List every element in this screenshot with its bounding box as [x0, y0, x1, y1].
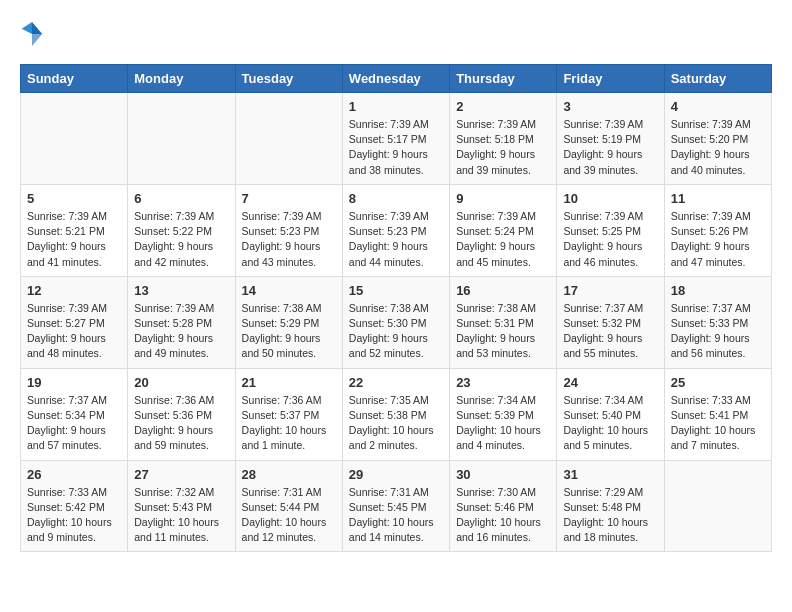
day-number: 10: [563, 191, 657, 206]
week-row-1: 1Sunrise: 7:39 AM Sunset: 5:17 PM Daylig…: [21, 93, 772, 185]
day-number: 17: [563, 283, 657, 298]
day-info: Sunrise: 7:35 AM Sunset: 5:38 PM Dayligh…: [349, 393, 443, 454]
day-info: Sunrise: 7:39 AM Sunset: 5:21 PM Dayligh…: [27, 209, 121, 270]
day-info: Sunrise: 7:38 AM Sunset: 5:29 PM Dayligh…: [242, 301, 336, 362]
day-info: Sunrise: 7:31 AM Sunset: 5:45 PM Dayligh…: [349, 485, 443, 546]
day-info: Sunrise: 7:38 AM Sunset: 5:31 PM Dayligh…: [456, 301, 550, 362]
calendar-cell: 4Sunrise: 7:39 AM Sunset: 5:20 PM Daylig…: [664, 93, 771, 185]
weekday-header-friday: Friday: [557, 65, 664, 93]
calendar-cell: 29Sunrise: 7:31 AM Sunset: 5:45 PM Dayli…: [342, 460, 449, 552]
calendar-cell: 28Sunrise: 7:31 AM Sunset: 5:44 PM Dayli…: [235, 460, 342, 552]
day-info: Sunrise: 7:29 AM Sunset: 5:48 PM Dayligh…: [563, 485, 657, 546]
calendar-cell: 2Sunrise: 7:39 AM Sunset: 5:18 PM Daylig…: [450, 93, 557, 185]
day-info: Sunrise: 7:30 AM Sunset: 5:46 PM Dayligh…: [456, 485, 550, 546]
day-info: Sunrise: 7:34 AM Sunset: 5:39 PM Dayligh…: [456, 393, 550, 454]
calendar-cell: [235, 93, 342, 185]
page-header: [20, 20, 772, 48]
day-number: 13: [134, 283, 228, 298]
day-number: 7: [242, 191, 336, 206]
day-number: 23: [456, 375, 550, 390]
weekday-header-thursday: Thursday: [450, 65, 557, 93]
day-number: 1: [349, 99, 443, 114]
day-number: 2: [456, 99, 550, 114]
day-number: 6: [134, 191, 228, 206]
day-number: 29: [349, 467, 443, 482]
calendar-cell: 17Sunrise: 7:37 AM Sunset: 5:32 PM Dayli…: [557, 276, 664, 368]
logo-icon: [20, 20, 44, 48]
calendar-cell: 6Sunrise: 7:39 AM Sunset: 5:22 PM Daylig…: [128, 184, 235, 276]
day-info: Sunrise: 7:33 AM Sunset: 5:42 PM Dayligh…: [27, 485, 121, 546]
calendar-cell: 9Sunrise: 7:39 AM Sunset: 5:24 PM Daylig…: [450, 184, 557, 276]
calendar-cell: 24Sunrise: 7:34 AM Sunset: 5:40 PM Dayli…: [557, 368, 664, 460]
day-number: 3: [563, 99, 657, 114]
day-number: 27: [134, 467, 228, 482]
calendar-cell: 1Sunrise: 7:39 AM Sunset: 5:17 PM Daylig…: [342, 93, 449, 185]
calendar-cell: 12Sunrise: 7:39 AM Sunset: 5:27 PM Dayli…: [21, 276, 128, 368]
calendar-cell: 27Sunrise: 7:32 AM Sunset: 5:43 PM Dayli…: [128, 460, 235, 552]
day-info: Sunrise: 7:32 AM Sunset: 5:43 PM Dayligh…: [134, 485, 228, 546]
day-info: Sunrise: 7:31 AM Sunset: 5:44 PM Dayligh…: [242, 485, 336, 546]
day-info: Sunrise: 7:39 AM Sunset: 5:24 PM Dayligh…: [456, 209, 550, 270]
day-info: Sunrise: 7:39 AM Sunset: 5:18 PM Dayligh…: [456, 117, 550, 178]
day-info: Sunrise: 7:36 AM Sunset: 5:36 PM Dayligh…: [134, 393, 228, 454]
day-number: 21: [242, 375, 336, 390]
day-info: Sunrise: 7:39 AM Sunset: 5:17 PM Dayligh…: [349, 117, 443, 178]
weekday-header-tuesday: Tuesday: [235, 65, 342, 93]
calendar-cell: 10Sunrise: 7:39 AM Sunset: 5:25 PM Dayli…: [557, 184, 664, 276]
day-number: 14: [242, 283, 336, 298]
calendar-table: SundayMondayTuesdayWednesdayThursdayFrid…: [20, 64, 772, 552]
day-info: Sunrise: 7:39 AM Sunset: 5:22 PM Dayligh…: [134, 209, 228, 270]
day-info: Sunrise: 7:39 AM Sunset: 5:23 PM Dayligh…: [349, 209, 443, 270]
week-row-5: 26Sunrise: 7:33 AM Sunset: 5:42 PM Dayli…: [21, 460, 772, 552]
weekday-header-monday: Monday: [128, 65, 235, 93]
day-info: Sunrise: 7:34 AM Sunset: 5:40 PM Dayligh…: [563, 393, 657, 454]
calendar-cell: 30Sunrise: 7:30 AM Sunset: 5:46 PM Dayli…: [450, 460, 557, 552]
calendar-cell: 26Sunrise: 7:33 AM Sunset: 5:42 PM Dayli…: [21, 460, 128, 552]
calendar-cell: [21, 93, 128, 185]
day-number: 5: [27, 191, 121, 206]
calendar-cell: 14Sunrise: 7:38 AM Sunset: 5:29 PM Dayli…: [235, 276, 342, 368]
day-info: Sunrise: 7:39 AM Sunset: 5:20 PM Dayligh…: [671, 117, 765, 178]
day-number: 20: [134, 375, 228, 390]
svg-marker-1: [32, 34, 42, 46]
day-number: 18: [671, 283, 765, 298]
day-info: Sunrise: 7:37 AM Sunset: 5:34 PM Dayligh…: [27, 393, 121, 454]
day-info: Sunrise: 7:39 AM Sunset: 5:26 PM Dayligh…: [671, 209, 765, 270]
calendar-cell: 13Sunrise: 7:39 AM Sunset: 5:28 PM Dayli…: [128, 276, 235, 368]
day-number: 8: [349, 191, 443, 206]
day-number: 9: [456, 191, 550, 206]
calendar-cell: 11Sunrise: 7:39 AM Sunset: 5:26 PM Dayli…: [664, 184, 771, 276]
day-number: 30: [456, 467, 550, 482]
calendar-cell: [664, 460, 771, 552]
header-row: SundayMondayTuesdayWednesdayThursdayFrid…: [21, 65, 772, 93]
day-number: 28: [242, 467, 336, 482]
calendar-cell: 15Sunrise: 7:38 AM Sunset: 5:30 PM Dayli…: [342, 276, 449, 368]
calendar-cell: 22Sunrise: 7:35 AM Sunset: 5:38 PM Dayli…: [342, 368, 449, 460]
day-info: Sunrise: 7:33 AM Sunset: 5:41 PM Dayligh…: [671, 393, 765, 454]
day-info: Sunrise: 7:39 AM Sunset: 5:25 PM Dayligh…: [563, 209, 657, 270]
day-number: 25: [671, 375, 765, 390]
week-row-2: 5Sunrise: 7:39 AM Sunset: 5:21 PM Daylig…: [21, 184, 772, 276]
calendar-cell: 19Sunrise: 7:37 AM Sunset: 5:34 PM Dayli…: [21, 368, 128, 460]
day-number: 12: [27, 283, 121, 298]
day-info: Sunrise: 7:39 AM Sunset: 5:27 PM Dayligh…: [27, 301, 121, 362]
day-info: Sunrise: 7:38 AM Sunset: 5:30 PM Dayligh…: [349, 301, 443, 362]
calendar-cell: 5Sunrise: 7:39 AM Sunset: 5:21 PM Daylig…: [21, 184, 128, 276]
calendar-cell: [128, 93, 235, 185]
calendar-cell: 31Sunrise: 7:29 AM Sunset: 5:48 PM Dayli…: [557, 460, 664, 552]
day-number: 11: [671, 191, 765, 206]
day-number: 31: [563, 467, 657, 482]
weekday-header-wednesday: Wednesday: [342, 65, 449, 93]
day-number: 26: [27, 467, 121, 482]
day-number: 16: [456, 283, 550, 298]
calendar-cell: 16Sunrise: 7:38 AM Sunset: 5:31 PM Dayli…: [450, 276, 557, 368]
calendar-cell: 8Sunrise: 7:39 AM Sunset: 5:23 PM Daylig…: [342, 184, 449, 276]
svg-marker-2: [22, 22, 32, 34]
day-number: 24: [563, 375, 657, 390]
day-number: 22: [349, 375, 443, 390]
day-info: Sunrise: 7:36 AM Sunset: 5:37 PM Dayligh…: [242, 393, 336, 454]
svg-marker-0: [32, 22, 42, 34]
calendar-cell: 25Sunrise: 7:33 AM Sunset: 5:41 PM Dayli…: [664, 368, 771, 460]
day-info: Sunrise: 7:37 AM Sunset: 5:32 PM Dayligh…: [563, 301, 657, 362]
weekday-header-saturday: Saturday: [664, 65, 771, 93]
